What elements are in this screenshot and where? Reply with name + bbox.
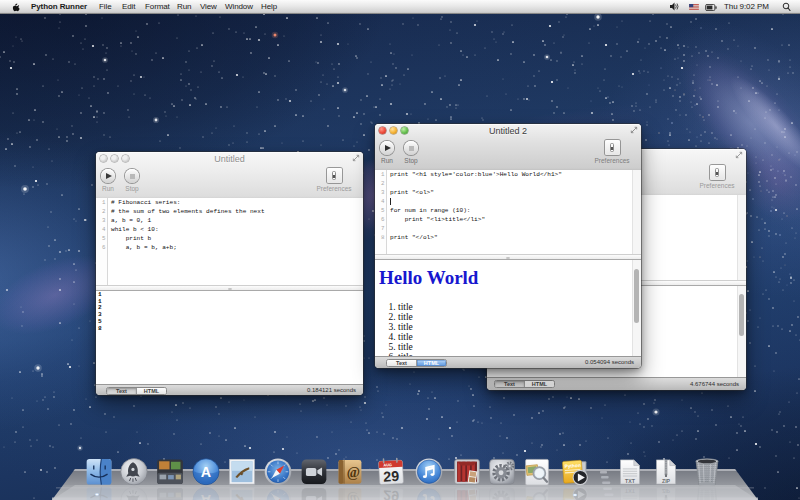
svg-text:AUG: AUG bbox=[383, 463, 392, 467]
svg-text:29: 29 bbox=[383, 468, 400, 485]
svg-text:A: A bbox=[201, 464, 211, 480]
svg-text:@: @ bbox=[347, 464, 360, 480]
svg-text:ZIP: ZIP bbox=[662, 478, 671, 484]
svg-text:TXT: TXT bbox=[625, 478, 636, 484]
